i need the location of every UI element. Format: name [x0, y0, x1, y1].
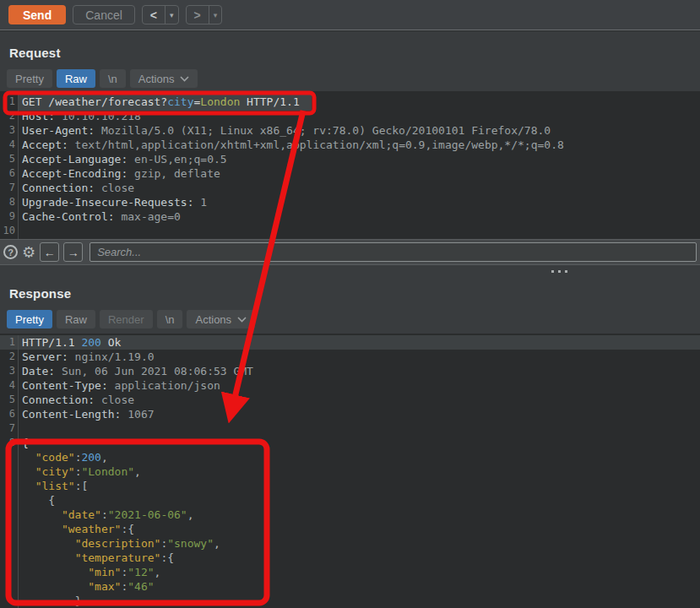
line-number: 5 [0, 152, 19, 166]
code-line: "max":"46" [0, 579, 700, 594]
request-panel-header: Request Pretty Raw \n Actions [0, 31, 700, 91]
line-number: 6 [0, 407, 19, 421]
code-line: 1GET /weather/forecast?city=London HTTP/… [0, 95, 700, 109]
code-line: 5Accept-Language: en-US,en;q=0.5 [0, 152, 700, 166]
code-line: "temperature":{ [0, 551, 700, 565]
caret-down-icon[interactable]: ▾ [166, 6, 178, 24]
response-tab-newline[interactable]: \n [157, 310, 183, 328]
response-tab-raw[interactable]: Raw [57, 310, 95, 328]
code-line: "list":[ [0, 479, 700, 493]
search-previous-button[interactable]: ← [40, 242, 59, 262]
response-panel-header: Response Pretty Raw Render \n Actions [0, 279, 700, 334]
line-number: 5 [0, 393, 19, 407]
line-number: 2 [0, 109, 19, 123]
drag-handle-icon[interactable] [551, 270, 567, 273]
line-number: 1 [0, 95, 19, 109]
chevron-down-icon [237, 317, 247, 323]
response-title: Response [9, 286, 71, 301]
response-editor[interactable]: 1HTTP/1.1 200 Ok2Server: nginx/1.19.03Da… [0, 334, 700, 608]
line-number [0, 479, 19, 493]
request-view-tabs: Pretty Raw \n Actions [7, 69, 198, 88]
line-number: 7 [0, 181, 19, 195]
back-arrow-label: < [143, 6, 165, 24]
code-line: 10 [0, 224, 700, 238]
code-line: { [0, 493, 700, 508]
code-line: 7 [0, 421, 700, 436]
search-input[interactable] [90, 242, 697, 262]
history-forward-button[interactable]: > ▾ [186, 5, 223, 24]
request-tab-actions[interactable]: Actions [130, 69, 198, 88]
code-line: 8Upgrade-Insecure-Requests: 1 [0, 195, 700, 209]
line-number: 4 [0, 378, 19, 393]
caret-down-icon[interactable]: ▾ [209, 6, 222, 24]
line-number [0, 450, 19, 464]
code-line: 6Accept-Encoding: gzip, deflate [0, 166, 700, 181]
line-number: 3 [0, 123, 19, 138]
send-button[interactable]: Send [8, 5, 66, 24]
request-editor[interactable]: 1GET /weather/forecast?city=London HTTP/… [0, 91, 700, 239]
line-number [0, 464, 19, 479]
repeater-toolbar: Send Cancel < ▾ > ▾ [0, 0, 700, 30]
line-number: 10 [0, 224, 19, 238]
line-number [0, 508, 19, 522]
line-number [0, 594, 19, 608]
line-number [0, 565, 19, 579]
code-line: 3Date: Sun, 06 Jun 2021 08:06:53 GMT [0, 364, 700, 378]
response-tab-actions[interactable]: Actions [187, 310, 255, 328]
code-line: "min":"12", [0, 565, 700, 579]
line-number: 4 [0, 138, 19, 152]
actions-label: Actions [138, 73, 175, 85]
panel-splitter[interactable] [0, 265, 700, 279]
chevron-down-icon [180, 76, 189, 82]
response-view-tabs: Pretty Raw Render \n Actions [7, 310, 255, 328]
code-line: 7Connection: close [0, 181, 700, 195]
line-number: 8 [0, 195, 19, 209]
code-line: 8{ [0, 436, 700, 450]
line-number: 3 [0, 364, 19, 378]
code-line: 6Content-Length: 1067 [0, 407, 700, 421]
code-line: 4Content-Type: application/json [0, 378, 700, 393]
code-line: "weather":{ [0, 522, 700, 536]
search-next-button[interactable]: → [63, 242, 83, 262]
code-line: 1HTTP/1.1 200 Ok [0, 335, 700, 350]
line-number [0, 579, 19, 594]
code-line: 3User-Agent: Mozilla/5.0 (X11; Linux x86… [0, 123, 700, 138]
actions-label: Actions [195, 313, 231, 326]
cancel-button[interactable]: Cancel [73, 5, 135, 24]
line-number: 6 [0, 166, 19, 181]
code-line: } [0, 594, 700, 608]
left-arrow-icon: ← [44, 246, 56, 259]
code-line: 4Accept: text/html,application/xhtml+xml… [0, 138, 700, 152]
request-tab-raw[interactable]: Raw [57, 69, 95, 88]
code-line: "code":200, [0, 450, 700, 464]
response-tab-pretty[interactable]: Pretty [7, 310, 52, 328]
settings-gear-icon[interactable]: ⚙ [22, 245, 35, 260]
line-number: 8 [0, 436, 19, 450]
code-line: "description":"snowy", [0, 536, 700, 551]
right-arrow-icon: → [68, 246, 79, 259]
line-number: 9 [0, 209, 19, 224]
request-title: Request [9, 46, 61, 60]
request-tab-pretty[interactable]: Pretty [7, 69, 52, 88]
line-number: 7 [0, 421, 19, 436]
line-number: 2 [0, 350, 19, 364]
help-icon[interactable]: ? [3, 245, 18, 259]
request-tab-newline[interactable]: \n [100, 69, 126, 88]
code-line: 2Host: 10.10.10.218 [0, 109, 700, 123]
history-back-button[interactable]: < ▾ [142, 5, 179, 24]
search-bar: ? ⚙ ← → [0, 239, 700, 265]
code-line: 9Cache-Control: max-age=0 [0, 209, 700, 224]
line-number [0, 522, 19, 536]
line-number [0, 536, 19, 551]
code-line: "date":"2021-06-06", [0, 508, 700, 522]
code-line: 2Server: nginx/1.19.0 [0, 350, 700, 364]
code-line: "city":"London", [0, 464, 700, 479]
line-number [0, 493, 19, 508]
line-number: 1 [0, 335, 19, 350]
code-line: 5Connection: close [0, 393, 700, 407]
response-tab-render[interactable]: Render [100, 310, 153, 328]
line-number [0, 551, 19, 565]
forward-arrow-label: > [187, 6, 209, 24]
